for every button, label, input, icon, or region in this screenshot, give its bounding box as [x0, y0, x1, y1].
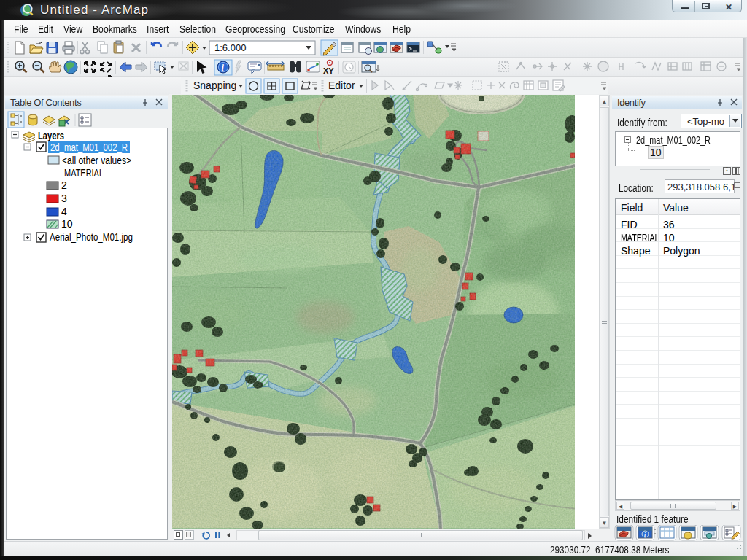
svg-text:MATERIAL: MATERIAL [64, 167, 104, 179]
svg-text:2d_mat_M01_002_R: 2d_mat_M01_002_R [50, 141, 128, 153]
svg-text:10: 10 [61, 218, 73, 230]
svg-text:XY: XY [323, 66, 334, 75]
svg-text:2: 2 [61, 179, 67, 191]
svg-text:1:6.000: 1:6.000 [214, 42, 246, 53]
svg-text:Layers: Layers [38, 130, 64, 141]
svg-text:Snapping: Snapping [193, 79, 236, 91]
svg-text:3: 3 [61, 192, 67, 204]
svg-text:<all other values>: <all other values> [62, 155, 131, 166]
svg-text:Aerial_Photo_M01.jpg: Aerial_Photo_M01.jpg [50, 231, 133, 243]
svg-text:Editor: Editor [328, 79, 355, 91]
svg-text:4: 4 [61, 206, 67, 217]
